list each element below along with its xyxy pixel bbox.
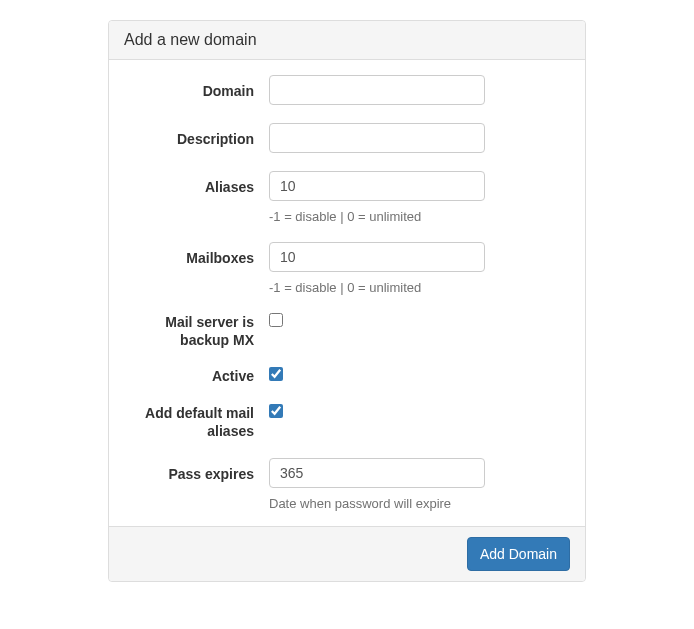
description-input[interactable] <box>269 123 485 153</box>
backup-mx-label: Mail server is backup MX <box>124 313 269 349</box>
aliases-help: -1 = disable | 0 = unlimited <box>269 209 570 224</box>
form-row-domain: Domain <box>124 75 570 105</box>
panel-header: Add a new domain <box>109 21 585 60</box>
active-label: Active <box>124 367 269 385</box>
aliases-input[interactable] <box>269 171 485 201</box>
domain-label: Domain <box>124 75 269 100</box>
form-row-mailboxes: Mailboxes -1 = disable | 0 = unlimited <box>124 242 570 295</box>
panel-footer: Add Domain <box>109 526 585 581</box>
backup-mx-checkbox[interactable] <box>269 313 283 327</box>
mailboxes-help: -1 = disable | 0 = unlimited <box>269 280 570 295</box>
default-aliases-checkbox[interactable] <box>269 404 283 418</box>
mailboxes-input[interactable] <box>269 242 485 272</box>
panel-body: Domain Description Aliases -1 = disable … <box>109 60 585 526</box>
form-row-backup-mx: Mail server is backup MX <box>124 313 570 349</box>
panel-title: Add a new domain <box>124 31 570 49</box>
form-row-pass-expires: Pass expires Date when password will exp… <box>124 458 570 511</box>
domain-input[interactable] <box>269 75 485 105</box>
pass-expires-help: Date when password will expire <box>269 496 570 511</box>
pass-expires-input[interactable] <box>269 458 485 488</box>
form-row-aliases: Aliases -1 = disable | 0 = unlimited <box>124 171 570 224</box>
add-domain-button[interactable]: Add Domain <box>467 537 570 571</box>
default-aliases-label: Add default mail aliases <box>124 404 269 440</box>
form-row-default-aliases: Add default mail aliases <box>124 404 570 440</box>
form-row-description: Description <box>124 123 570 153</box>
active-checkbox[interactable] <box>269 367 283 381</box>
form-row-active: Active <box>124 367 570 385</box>
description-label: Description <box>124 123 269 148</box>
pass-expires-label: Pass expires <box>124 458 269 483</box>
aliases-label: Aliases <box>124 171 269 196</box>
mailboxes-label: Mailboxes <box>124 242 269 267</box>
add-domain-panel: Add a new domain Domain Description Alia… <box>108 20 586 582</box>
